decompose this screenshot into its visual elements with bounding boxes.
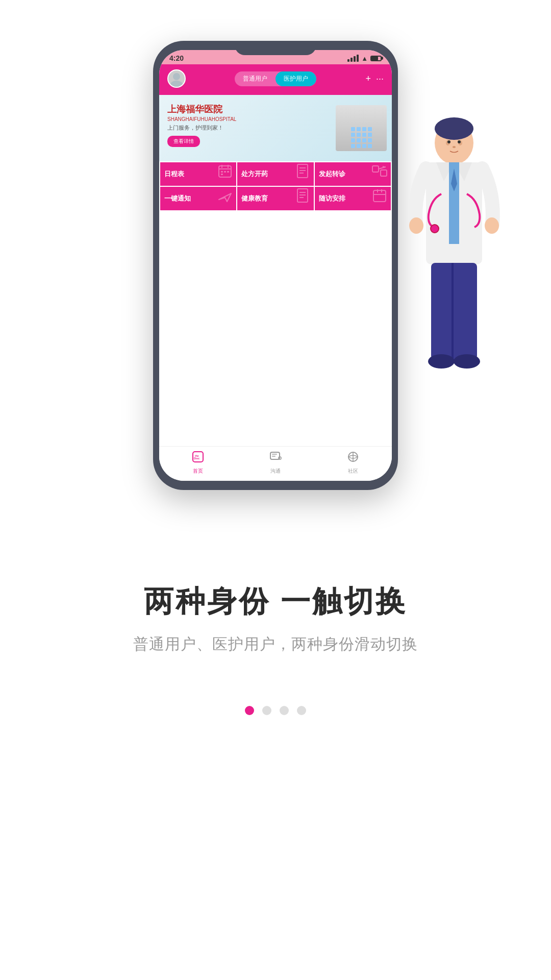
svg-rect-36 (373, 190, 386, 202)
sub-title: 普通用户、医护用户，两种身份滑动切换 (41, 634, 510, 655)
banner-button[interactable]: 查看详情 (167, 136, 200, 147)
battery-icon (370, 56, 382, 61)
app-header: 普通用户 医护用户 + ··· (159, 64, 392, 95)
grid-item-referral[interactable]: 发起转诊 (315, 162, 391, 186)
hospital-name-en: SHANGHAIFUHUAHOSPITAL (167, 116, 384, 122)
banner-text: 上海福华医院 SHANGHAIFUHUAHOSPITAL 上门服务，护理到家！ … (167, 103, 384, 147)
user-toggle[interactable]: 普通用户 医护用户 (235, 71, 316, 86)
pagination-dots (245, 706, 306, 715)
hospital-name: 上海福华医院 (167, 103, 384, 115)
grid-label-2: 发起转诊 (319, 169, 345, 179)
home-icon: the Doc (192, 451, 204, 466)
phone-wrapper: 4:20 ▲ (0, 0, 551, 551)
nav-label-community: 社区 (348, 468, 358, 475)
svg-point-5 (458, 140, 461, 143)
text-section: 两种身份 一触切换 普通用户、医护用户，两种身份滑动切换 (0, 551, 551, 675)
svg-point-9 (431, 225, 439, 233)
grid-icon-4 (294, 187, 311, 207)
grid-label-0: 日程表 (164, 169, 184, 179)
svg-point-4 (447, 140, 450, 143)
svg-point-16 (173, 73, 180, 80)
svg-text:Doc: Doc (194, 457, 200, 460)
grid-icon-0 (217, 163, 233, 183)
svg-point-14 (428, 354, 455, 369)
svg-rect-44 (272, 454, 277, 455)
service-desc: 上门服务，护理到家！ (167, 124, 384, 132)
status-time: 4:20 (169, 54, 184, 62)
toggle-normal[interactable]: 普通用户 (235, 71, 276, 86)
svg-point-11 (485, 217, 499, 234)
grid-item-prescription[interactable]: 处方开药 (237, 162, 313, 186)
phone-notch (235, 41, 316, 55)
svg-point-10 (409, 217, 423, 234)
dot-1[interactable] (262, 706, 271, 715)
svg-point-1 (435, 117, 473, 140)
grid-icon-5 (371, 187, 388, 207)
grid-icon-3 (217, 187, 233, 207)
toggle-medical[interactable]: 医护用户 (276, 71, 316, 86)
nav-label-chat: 沟通 (270, 468, 281, 475)
status-icons: ▲ (347, 55, 382, 62)
avatar[interactable] (167, 69, 186, 88)
wifi-icon: ▲ (361, 55, 368, 62)
phone-shell: 4:20 ▲ (153, 41, 398, 490)
svg-rect-22 (221, 171, 223, 173)
svg-rect-45 (272, 456, 276, 457)
grid-menu: 日程表 (159, 161, 392, 211)
chat-icon (269, 451, 282, 466)
grid-item-education[interactable]: 健康教育 (237, 187, 313, 210)
signal-icon (347, 55, 359, 62)
nav-item-community[interactable]: 社区 (347, 451, 359, 475)
svg-point-6 (453, 146, 456, 148)
nav-item-chat[interactable]: 沟通 (269, 451, 282, 475)
grid-item-followup[interactable]: 随访安排 (315, 187, 391, 210)
main-title: 两种身份 一触切换 (41, 582, 510, 622)
svg-point-17 (170, 81, 183, 87)
grid-icon-2 (371, 163, 388, 183)
svg-rect-30 (372, 166, 379, 172)
nav-item-home[interactable]: the Doc 首页 (192, 451, 204, 475)
more-icon[interactable]: ··· (376, 74, 384, 84)
svg-rect-24 (227, 171, 229, 173)
dot-2[interactable] (280, 706, 289, 715)
grid-item-notify[interactable]: 一键通知 (160, 187, 236, 210)
dot-0[interactable] (245, 706, 254, 715)
grid-icon-1 (294, 163, 311, 183)
svg-rect-25 (221, 174, 223, 175)
header-actions: + ··· (365, 74, 384, 84)
svg-rect-13 (452, 263, 454, 360)
doctor-illustration (388, 102, 520, 434)
grid-label-5: 随访安排 (319, 194, 345, 203)
dot-3[interactable] (297, 706, 306, 715)
grid-item-schedule[interactable]: 日程表 (160, 162, 236, 186)
svg-point-15 (454, 354, 480, 369)
grid-label-1: 处方开药 (241, 169, 268, 179)
community-icon (347, 451, 359, 466)
phone-screen: 4:20 ▲ (159, 50, 392, 481)
hospital-banner[interactable]: 上海福华医院 SHANGHAIFUHUAHOSPITAL 上门服务，护理到家！ … (159, 95, 392, 161)
nav-label-home: 首页 (193, 468, 203, 475)
svg-rect-23 (224, 171, 226, 173)
svg-rect-31 (381, 170, 387, 176)
grid-label-4: 健康教育 (241, 194, 268, 203)
add-icon[interactable]: + (365, 74, 371, 84)
svg-rect-12 (431, 263, 477, 360)
bottom-nav: the Doc 首页 沟通 (159, 446, 392, 481)
grid-label-3: 一键通知 (164, 194, 191, 203)
